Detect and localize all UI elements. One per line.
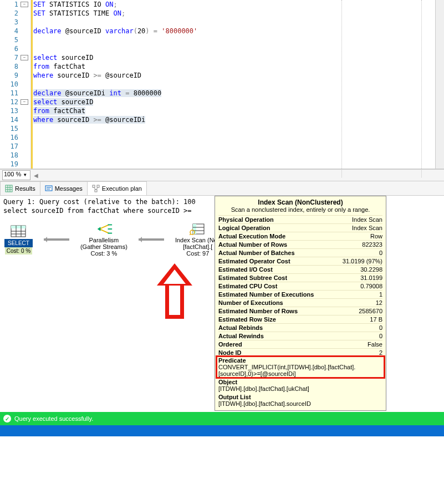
tooltip-property-label: Number of Executions — [218, 299, 283, 306]
tooltip-property-label: Actual Rewinds — [218, 333, 264, 339]
tooltip-property-row: Estimated Number of Executions1 — [218, 290, 382, 298]
code-area[interactable]: SET STATISTICS IO ON;SET STATISTICS TIME… — [31, 0, 435, 169]
tooltip-property-value: 2585670 — [359, 308, 382, 314]
tooltip-predicate-section: Predicate CONVERT_IMPLICIT(int,[ITDWH].[… — [217, 357, 384, 377]
tooltip-property-label: Actual Number of Rows — [218, 241, 287, 248]
gutter-line: 3 — [0, 18, 30, 27]
gutter-line: 10 — [0, 80, 30, 89]
code-line[interactable]: SET STATISTICS IO ON; — [31, 0, 435, 9]
svg-rect-8 — [93, 185, 95, 187]
line-gutter: 1−234567−89101112−13141516171819 — [0, 0, 31, 169]
grid-icon — [5, 185, 13, 192]
success-icon: ✓ — [3, 415, 11, 422]
plan-node-select[interactable]: SELECT Cost: 0 % — [4, 225, 33, 254]
tab-execution-plan[interactable]: Execution plan — [87, 181, 147, 195]
code-line[interactable] — [31, 142, 435, 151]
tab-messages-label: Messages — [55, 185, 83, 192]
sql-editor[interactable]: 1−234567−89101112−13141516171819 SET STA… — [0, 0, 444, 169]
tooltip-property-row: Node ID2 — [218, 348, 382, 357]
gutter-line: 2 — [0, 9, 30, 18]
tab-plan-label: Execution plan — [102, 185, 142, 192]
code-line[interactable] — [31, 44, 435, 53]
line-number: 18 — [3, 151, 18, 159]
plan-connector — [44, 239, 69, 240]
line-number: 6 — [3, 45, 18, 53]
tooltip-property-label: Estimated Row Size — [218, 316, 276, 323]
tooltip-property-row: Estimated Number of Rows2585670 — [218, 307, 382, 315]
index-scan-icon — [188, 222, 207, 236]
code-line[interactable] — [31, 133, 435, 142]
code-line[interactable]: select sourceID — [31, 53, 435, 62]
gutter-line: 1− — [0, 0, 30, 9]
code-line[interactable]: select sourceID — [31, 98, 435, 106]
tooltip-property-label: Estimated Number of Rows — [218, 308, 298, 314]
execution-plan-panel[interactable]: Query 1: Query cost (relative to the bat… — [0, 196, 444, 412]
tooltip-property-label: Physical Operation — [218, 216, 274, 223]
line-number: 13 — [3, 107, 18, 115]
code-line[interactable] — [31, 35, 435, 44]
code-line[interactable] — [31, 18, 435, 27]
tooltip-property-value: 12 — [376, 299, 382, 306]
code-line[interactable]: SET STATISTICS TIME ON; — [31, 9, 435, 18]
code-line[interactable]: from factChat — [31, 106, 435, 115]
plan-parallelism-cost: Cost: 3 % — [91, 250, 118, 257]
code-line[interactable] — [31, 151, 435, 160]
tooltip-property-value: False — [368, 341, 382, 348]
tab-messages[interactable]: Messages — [40, 181, 88, 195]
gutter-line: 18 — [0, 151, 30, 160]
plan-node-indexscan[interactable]: Index Scan (Non [factChat].[ Cost: 97 — [175, 222, 221, 257]
tooltip-property-value: 31.0199 (97%) — [343, 258, 382, 264]
tooltip-property-row: OrderedFalse — [218, 340, 382, 348]
tooltip-property-label: Node ID — [218, 349, 242, 356]
fold-toggle[interactable]: − — [21, 55, 28, 60]
tooltip-property-value: 17 B — [370, 316, 382, 323]
tooltip-property-label: Ordered — [218, 341, 242, 348]
code-line[interactable] — [31, 124, 435, 133]
tooltip-property-value: 0 — [379, 333, 382, 339]
svg-marker-19 — [98, 227, 101, 231]
line-number: 4 — [3, 27, 18, 35]
code-line[interactable]: from factChat — [31, 62, 435, 71]
tooltip-property-row: Logical OperationIndex Scan — [218, 223, 382, 232]
results-tabs: Results Messages Execution plan — [0, 181, 444, 196]
code-line[interactable] — [31, 80, 435, 89]
svg-line-11 — [94, 187, 96, 190]
svg-rect-0 — [6, 185, 12, 192]
line-number: 1 — [3, 1, 18, 8]
plan-node-parallelism[interactable]: Parallelism (Gather Streams) Cost: 3 % — [80, 222, 127, 257]
code-line[interactable]: where sourceID >= @sourceIDi — [31, 115, 435, 124]
footer-bar — [0, 425, 444, 436]
code-line[interactable]: where sourceID >= @sourceID — [31, 71, 435, 80]
fold-toggle[interactable]: − — [21, 99, 28, 105]
tooltip-property-label: Logical Operation — [218, 225, 271, 231]
tab-results[interactable]: Results — [0, 181, 40, 195]
code-line[interactable]: declare @sourceID varchar(20) = '8000000… — [31, 27, 435, 35]
code-line[interactable]: declare @sourceIDi int = 8000000 — [31, 89, 435, 98]
status-text: Query executed successfully. — [14, 415, 93, 422]
tooltip-property-value: 0 — [379, 324, 382, 331]
zoom-bar: 100 %▼ ◀ — [0, 169, 444, 181]
code-line[interactable] — [31, 160, 435, 169]
tooltip-object-body: [ITDWH].[dbo].[factChat].[ukChat] — [218, 385, 382, 392]
tooltip-predicate-body: CONVERT_IMPLICIT(int,[ITDWH].[dbo].[fact… — [218, 364, 382, 377]
gutter-line: 7− — [0, 53, 30, 62]
line-number: 14 — [3, 116, 18, 124]
zoom-select[interactable]: 100 %▼ — [2, 170, 30, 180]
tooltip-property-label: Actual Execution Mode — [218, 233, 285, 240]
tooltip-property-row: Estimated I/O Cost30.2298 — [218, 265, 382, 273]
fold-toggle[interactable]: − — [21, 2, 28, 7]
tooltip-output-body: [ITDWH].[dbo].[factChat].sourceID — [218, 400, 382, 407]
tooltip-property-value: Index Scan — [352, 216, 382, 223]
tooltip-property-row: Actual Number of Rows822323 — [218, 240, 382, 248]
collapse-arrow-icon[interactable]: ◀ — [34, 172, 38, 179]
tooltip-property-label: Actual Number of Batches — [218, 250, 295, 256]
gutter-line: 6 — [0, 44, 30, 53]
plan-select-label: SELECT — [4, 239, 33, 247]
gutter-line: 14 — [0, 115, 30, 124]
status-bar: ✓ Query executed successfully. — [0, 412, 444, 425]
gutter-line: 12− — [0, 98, 30, 106]
plan-parallelism-sub: (Gather Streams) — [80, 243, 127, 250]
tooltip-property-row: Estimated Row Size17 B — [218, 315, 382, 323]
editor-scrollbar[interactable] — [435, 0, 444, 169]
line-number: 17 — [3, 142, 18, 150]
